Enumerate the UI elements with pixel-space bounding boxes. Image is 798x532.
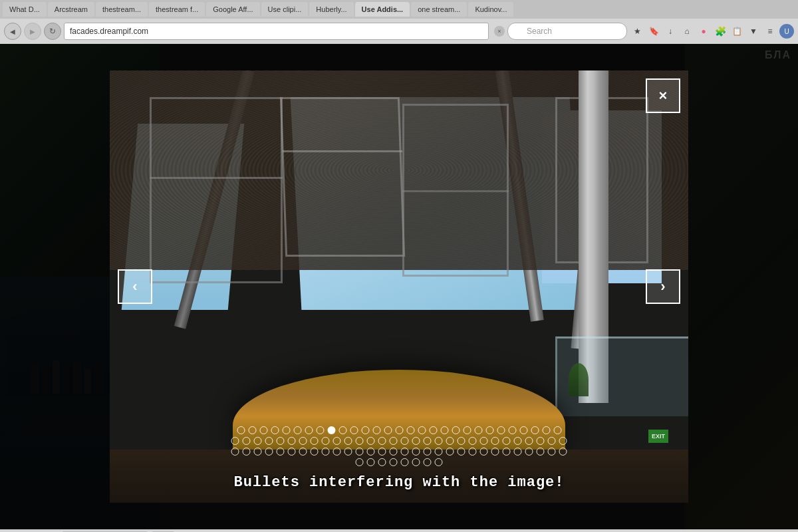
bullet-dot[interactable] bbox=[503, 448, 511, 456]
bullet-dot[interactable] bbox=[378, 437, 386, 445]
tab-10[interactable]: Kudinov... bbox=[468, 2, 513, 17]
bullet-dot[interactable] bbox=[293, 426, 301, 434]
address-field[interactable]: facades.dreampif.com bbox=[64, 23, 489, 40]
tab-1[interactable]: What D... bbox=[3, 2, 47, 17]
bullet-dot[interactable] bbox=[350, 426, 358, 434]
bullet-dot[interactable] bbox=[435, 458, 443, 466]
tab-6[interactable]: Use clipi... bbox=[261, 2, 309, 17]
bullet-dot[interactable] bbox=[316, 426, 324, 434]
back-button[interactable]: ◀ bbox=[4, 23, 21, 40]
bullet-dot[interactable] bbox=[311, 437, 319, 445]
bullet-dot[interactable] bbox=[288, 448, 296, 456]
bullet-dot[interactable] bbox=[395, 426, 403, 434]
bullet-dot[interactable] bbox=[361, 426, 369, 434]
reload-button[interactable]: ↻ bbox=[44, 23, 61, 40]
bullet-dot[interactable] bbox=[271, 426, 279, 434]
bullet-dot[interactable] bbox=[458, 437, 466, 445]
bookmark-star-icon[interactable]: ★ bbox=[630, 24, 644, 39]
bullet-dot[interactable] bbox=[237, 426, 245, 434]
bullet-dot[interactable] bbox=[401, 437, 409, 445]
bullet-dot[interactable] bbox=[333, 437, 341, 445]
forward-button[interactable]: ▶ bbox=[24, 23, 41, 40]
bullet-dot[interactable] bbox=[559, 448, 567, 456]
bullet-dot[interactable] bbox=[282, 426, 290, 434]
bullet-dot[interactable] bbox=[401, 448, 409, 456]
bullet-dot[interactable] bbox=[305, 426, 313, 434]
bullet-dot[interactable] bbox=[277, 448, 285, 456]
bullet-dot[interactable] bbox=[424, 448, 432, 456]
bullet-dot[interactable] bbox=[491, 437, 499, 445]
close-button[interactable]: × bbox=[646, 78, 680, 113]
tab-7[interactable]: Huberly... bbox=[309, 2, 353, 17]
bullet-dot[interactable] bbox=[367, 437, 375, 445]
bullet-dot[interactable] bbox=[254, 437, 262, 445]
bullet-dot[interactable] bbox=[424, 437, 432, 445]
download-icon[interactable]: ↓ bbox=[663, 24, 678, 39]
user-avatar[interactable]: U bbox=[779, 24, 794, 39]
bullet-dot[interactable] bbox=[231, 437, 239, 445]
bullet-dot[interactable] bbox=[277, 437, 285, 445]
bullet-dot[interactable] bbox=[338, 426, 346, 434]
bullet-dot[interactable] bbox=[531, 426, 539, 434]
bullet-dot[interactable] bbox=[248, 426, 256, 434]
bullet-dot[interactable] bbox=[519, 426, 527, 434]
bullet-dot[interactable] bbox=[542, 426, 550, 434]
bullet-dot[interactable] bbox=[254, 448, 262, 456]
tab-5[interactable]: Google Aff... bbox=[206, 2, 259, 17]
bullet-dot[interactable] bbox=[508, 426, 516, 434]
bullet-dot[interactable] bbox=[435, 448, 443, 456]
bullet-dot[interactable] bbox=[367, 458, 375, 466]
bullet-dot[interactable] bbox=[311, 448, 319, 456]
bullet-dot[interactable] bbox=[429, 426, 437, 434]
bullet-dot[interactable] bbox=[418, 426, 426, 434]
tab-4[interactable]: thestream f... bbox=[149, 2, 205, 17]
bullet-dot[interactable] bbox=[378, 458, 386, 466]
bullet-dot[interactable] bbox=[548, 437, 556, 445]
bullet-dot[interactable] bbox=[327, 426, 335, 434]
bullet-dot[interactable] bbox=[497, 426, 505, 434]
bullet-dot[interactable] bbox=[243, 437, 251, 445]
bullet-dot[interactable] bbox=[322, 437, 330, 445]
bullet-dot[interactable] bbox=[322, 448, 330, 456]
extension-icon-1[interactable]: 🧩 bbox=[713, 24, 728, 39]
bullet-dot[interactable] bbox=[474, 426, 482, 434]
bullet-dot[interactable] bbox=[401, 458, 409, 466]
bullet-dot[interactable] bbox=[514, 437, 522, 445]
bullet-dot[interactable] bbox=[390, 437, 398, 445]
bullet-dot[interactable] bbox=[288, 437, 296, 445]
bullet-dot[interactable] bbox=[344, 437, 352, 445]
bullet-dot[interactable] bbox=[265, 448, 273, 456]
bullet-dot[interactable] bbox=[231, 448, 239, 456]
bullet-dot[interactable] bbox=[503, 437, 511, 445]
bullet-dot[interactable] bbox=[553, 426, 561, 434]
prev-button[interactable]: ‹ bbox=[118, 269, 152, 304]
bullet-dot[interactable] bbox=[525, 437, 533, 445]
next-button[interactable]: › bbox=[646, 269, 680, 304]
bookmark-icon[interactable]: 🔖 bbox=[646, 24, 661, 39]
bullet-dot[interactable] bbox=[446, 448, 454, 456]
bullet-dot[interactable] bbox=[485, 426, 493, 434]
duckduckgo-icon[interactable]: ● bbox=[696, 24, 711, 39]
bullet-dot[interactable] bbox=[537, 448, 545, 456]
menu-arrow[interactable]: ▼ bbox=[746, 24, 761, 39]
bullet-dot[interactable] bbox=[525, 448, 533, 456]
bullet-dot[interactable] bbox=[333, 448, 341, 456]
bullet-dot[interactable] bbox=[452, 426, 460, 434]
tab-8[interactable]: Use Addis... bbox=[355, 2, 410, 17]
bullet-dot[interactable] bbox=[537, 437, 545, 445]
bullet-dot[interactable] bbox=[356, 448, 364, 456]
bullet-dot[interactable] bbox=[406, 426, 414, 434]
bullet-dot[interactable] bbox=[412, 458, 420, 466]
bullet-dot[interactable] bbox=[480, 437, 488, 445]
bullet-dot[interactable] bbox=[435, 437, 443, 445]
close-tab-x[interactable]: × bbox=[494, 26, 505, 37]
bullet-dot[interactable] bbox=[299, 448, 307, 456]
bullet-dot[interactable] bbox=[390, 448, 398, 456]
overflow-icon[interactable]: ≡ bbox=[763, 24, 777, 39]
bullet-dot[interactable] bbox=[480, 448, 488, 456]
bullet-dot[interactable] bbox=[458, 448, 466, 456]
bullet-dot[interactable] bbox=[424, 458, 432, 466]
bullet-dot[interactable] bbox=[469, 448, 477, 456]
bullet-dot[interactable] bbox=[372, 426, 380, 434]
bullet-dot[interactable] bbox=[367, 448, 375, 456]
